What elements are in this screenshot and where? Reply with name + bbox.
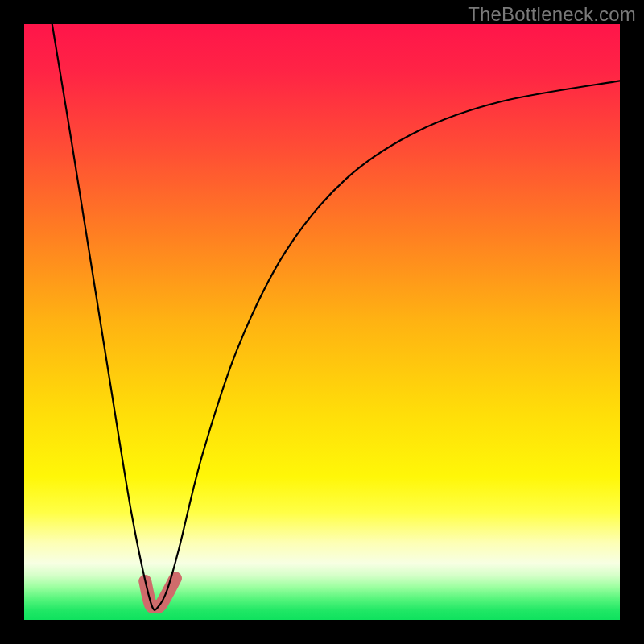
chart-svg (24, 24, 620, 620)
outer-frame: TheBottleneck.com (0, 0, 644, 644)
bottleneck-curve (52, 24, 620, 610)
plot-area (24, 24, 620, 620)
watermark-text: TheBottleneck.com (468, 3, 636, 26)
